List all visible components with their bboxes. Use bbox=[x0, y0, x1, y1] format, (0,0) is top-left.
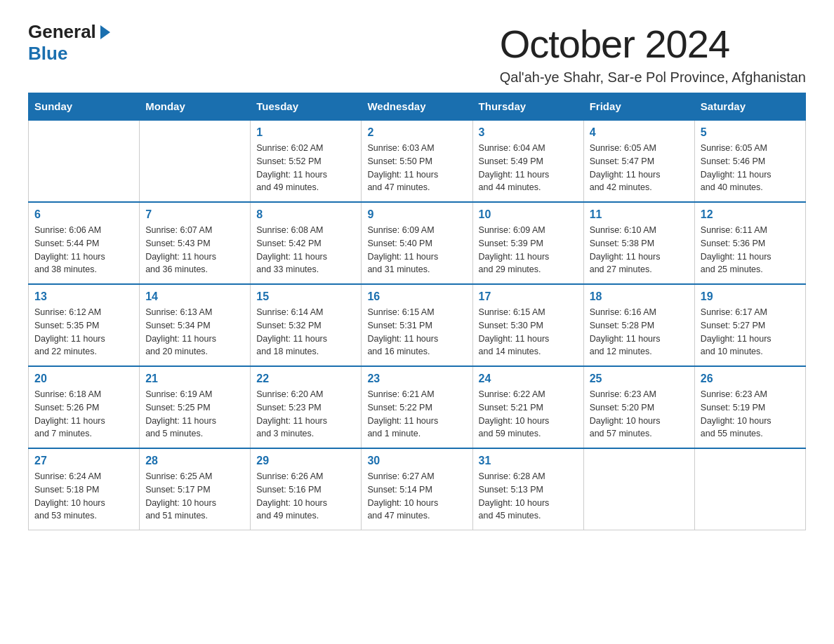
calendar-cell: 2Sunrise: 6:03 AMSunset: 5:50 PMDaylight… bbox=[362, 120, 472, 202]
calendar-header-sunday: Sunday bbox=[29, 93, 140, 121]
calendar-header-thursday: Thursday bbox=[472, 93, 583, 121]
calendar-cell bbox=[140, 120, 251, 202]
calendar-week-row: 27Sunrise: 6:24 AMSunset: 5:18 PMDayligh… bbox=[29, 448, 806, 530]
day-number: 18 bbox=[590, 290, 689, 303]
day-number: 22 bbox=[256, 373, 355, 385]
calendar-cell bbox=[694, 448, 805, 530]
calendar-cell: 21Sunrise: 6:19 AMSunset: 5:25 PMDayligh… bbox=[140, 366, 251, 448]
calendar-header-wednesday: Wednesday bbox=[362, 93, 472, 121]
day-info: Sunrise: 6:12 AMSunset: 5:35 PMDaylight:… bbox=[34, 306, 133, 358]
calendar-week-row: 6Sunrise: 6:06 AMSunset: 5:44 PMDaylight… bbox=[29, 202, 806, 284]
logo: General Blue bbox=[28, 21, 110, 65]
day-number: 19 bbox=[701, 290, 800, 303]
day-number: 11 bbox=[590, 208, 689, 221]
title-area: October 2024 Qal'ah-ye Shahr, Sar-e Pol … bbox=[500, 21, 806, 86]
day-info: Sunrise: 6:28 AMSunset: 5:13 PMDaylight:… bbox=[479, 470, 578, 523]
day-info: Sunrise: 6:13 AMSunset: 5:34 PMDaylight:… bbox=[145, 306, 244, 358]
day-info: Sunrise: 6:14 AMSunset: 5:32 PMDaylight:… bbox=[256, 306, 355, 358]
day-info: Sunrise: 6:05 AMSunset: 5:46 PMDaylight:… bbox=[701, 142, 800, 194]
calendar-cell: 24Sunrise: 6:22 AMSunset: 5:21 PMDayligh… bbox=[472, 366, 583, 448]
day-number: 23 bbox=[367, 373, 466, 385]
calendar-cell: 14Sunrise: 6:13 AMSunset: 5:34 PMDayligh… bbox=[140, 284, 251, 366]
logo-general-text: General bbox=[28, 21, 96, 43]
calendar-cell: 15Sunrise: 6:14 AMSunset: 5:32 PMDayligh… bbox=[251, 284, 362, 366]
calendar-week-row: 20Sunrise: 6:18 AMSunset: 5:26 PMDayligh… bbox=[29, 366, 806, 448]
calendar-cell bbox=[583, 448, 694, 530]
day-number: 8 bbox=[256, 208, 355, 221]
day-number: 1 bbox=[256, 126, 355, 139]
calendar-cell: 17Sunrise: 6:15 AMSunset: 5:30 PMDayligh… bbox=[472, 284, 583, 366]
day-info: Sunrise: 6:10 AMSunset: 5:38 PMDaylight:… bbox=[590, 224, 689, 276]
day-number: 28 bbox=[145, 455, 244, 467]
calendar-cell: 8Sunrise: 6:08 AMSunset: 5:42 PMDaylight… bbox=[251, 202, 362, 284]
day-info: Sunrise: 6:20 AMSunset: 5:23 PMDaylight:… bbox=[256, 388, 355, 441]
calendar-header-row: SundayMondayTuesdayWednesdayThursdayFrid… bbox=[29, 93, 806, 121]
day-info: Sunrise: 6:07 AMSunset: 5:43 PMDaylight:… bbox=[145, 224, 244, 276]
calendar-cell: 18Sunrise: 6:16 AMSunset: 5:28 PMDayligh… bbox=[583, 284, 694, 366]
calendar-week-row: 13Sunrise: 6:12 AMSunset: 5:35 PMDayligh… bbox=[29, 284, 806, 366]
day-number: 5 bbox=[701, 126, 800, 139]
calendar-cell: 27Sunrise: 6:24 AMSunset: 5:18 PMDayligh… bbox=[29, 448, 140, 530]
day-number: 3 bbox=[479, 126, 578, 139]
day-info: Sunrise: 6:03 AMSunset: 5:50 PMDaylight:… bbox=[367, 142, 466, 194]
day-info: Sunrise: 6:23 AMSunset: 5:20 PMDaylight:… bbox=[590, 388, 689, 441]
day-info: Sunrise: 6:16 AMSunset: 5:28 PMDaylight:… bbox=[590, 306, 689, 358]
day-number: 16 bbox=[367, 290, 466, 303]
calendar-cell: 12Sunrise: 6:11 AMSunset: 5:36 PMDayligh… bbox=[694, 202, 805, 284]
day-number: 10 bbox=[479, 208, 578, 221]
day-info: Sunrise: 6:23 AMSunset: 5:19 PMDaylight:… bbox=[701, 388, 800, 441]
day-info: Sunrise: 6:09 AMSunset: 5:40 PMDaylight:… bbox=[367, 224, 466, 276]
day-info: Sunrise: 6:02 AMSunset: 5:52 PMDaylight:… bbox=[256, 142, 355, 194]
location-subtitle: Qal'ah-ye Shahr, Sar-e Pol Province, Afg… bbox=[500, 69, 806, 86]
calendar-cell: 7Sunrise: 6:07 AMSunset: 5:43 PMDaylight… bbox=[140, 202, 251, 284]
calendar-cell: 30Sunrise: 6:27 AMSunset: 5:14 PMDayligh… bbox=[362, 448, 472, 530]
calendar-cell: 11Sunrise: 6:10 AMSunset: 5:38 PMDayligh… bbox=[583, 202, 694, 284]
day-info: Sunrise: 6:09 AMSunset: 5:39 PMDaylight:… bbox=[479, 224, 578, 276]
day-info: Sunrise: 6:21 AMSunset: 5:22 PMDaylight:… bbox=[367, 388, 466, 441]
day-info: Sunrise: 6:22 AMSunset: 5:21 PMDaylight:… bbox=[479, 388, 578, 441]
day-info: Sunrise: 6:26 AMSunset: 5:16 PMDaylight:… bbox=[256, 470, 355, 523]
day-number: 17 bbox=[479, 290, 578, 303]
day-info: Sunrise: 6:27 AMSunset: 5:14 PMDaylight:… bbox=[367, 470, 466, 523]
logo-blue-text: Blue bbox=[28, 43, 67, 65]
day-info: Sunrise: 6:15 AMSunset: 5:30 PMDaylight:… bbox=[479, 306, 578, 358]
day-number: 2 bbox=[367, 126, 466, 139]
calendar-cell: 5Sunrise: 6:05 AMSunset: 5:46 PMDaylight… bbox=[694, 120, 805, 202]
calendar-cell: 26Sunrise: 6:23 AMSunset: 5:19 PMDayligh… bbox=[694, 366, 805, 448]
day-number: 9 bbox=[367, 208, 466, 221]
day-number: 27 bbox=[34, 455, 133, 467]
day-number: 14 bbox=[145, 290, 244, 303]
calendar-cell: 23Sunrise: 6:21 AMSunset: 5:22 PMDayligh… bbox=[362, 366, 472, 448]
day-number: 6 bbox=[34, 208, 133, 221]
calendar-cell: 29Sunrise: 6:26 AMSunset: 5:16 PMDayligh… bbox=[251, 448, 362, 530]
day-number: 31 bbox=[479, 455, 578, 467]
day-number: 7 bbox=[145, 208, 244, 221]
day-number: 13 bbox=[34, 290, 133, 303]
calendar-cell: 19Sunrise: 6:17 AMSunset: 5:27 PMDayligh… bbox=[694, 284, 805, 366]
calendar-cell: 16Sunrise: 6:15 AMSunset: 5:31 PMDayligh… bbox=[362, 284, 472, 366]
day-number: 21 bbox=[145, 373, 244, 385]
day-info: Sunrise: 6:15 AMSunset: 5:31 PMDaylight:… bbox=[367, 306, 466, 358]
calendar-cell: 10Sunrise: 6:09 AMSunset: 5:39 PMDayligh… bbox=[472, 202, 583, 284]
calendar-cell: 3Sunrise: 6:04 AMSunset: 5:49 PMDaylight… bbox=[472, 120, 583, 202]
calendar-week-row: 1Sunrise: 6:02 AMSunset: 5:52 PMDaylight… bbox=[29, 120, 806, 202]
day-number: 26 bbox=[701, 373, 800, 385]
calendar-cell: 13Sunrise: 6:12 AMSunset: 5:35 PMDayligh… bbox=[29, 284, 140, 366]
day-info: Sunrise: 6:24 AMSunset: 5:18 PMDaylight:… bbox=[34, 470, 133, 523]
day-number: 4 bbox=[590, 126, 689, 139]
day-info: Sunrise: 6:08 AMSunset: 5:42 PMDaylight:… bbox=[256, 224, 355, 276]
day-number: 24 bbox=[479, 373, 578, 385]
calendar-cell: 28Sunrise: 6:25 AMSunset: 5:17 PMDayligh… bbox=[140, 448, 251, 530]
calendar-cell: 22Sunrise: 6:20 AMSunset: 5:23 PMDayligh… bbox=[251, 366, 362, 448]
calendar-table: SundayMondayTuesdayWednesdayThursdayFrid… bbox=[28, 93, 806, 530]
day-number: 30 bbox=[367, 455, 466, 467]
day-info: Sunrise: 6:25 AMSunset: 5:17 PMDaylight:… bbox=[145, 470, 244, 523]
calendar-cell: 6Sunrise: 6:06 AMSunset: 5:44 PMDaylight… bbox=[29, 202, 140, 284]
day-info: Sunrise: 6:05 AMSunset: 5:47 PMDaylight:… bbox=[590, 142, 689, 194]
day-info: Sunrise: 6:19 AMSunset: 5:25 PMDaylight:… bbox=[145, 388, 244, 441]
day-number: 20 bbox=[34, 373, 133, 385]
page-header: General Blue October 2024 Qal'ah-ye Shah… bbox=[28, 21, 806, 86]
day-info: Sunrise: 6:06 AMSunset: 5:44 PMDaylight:… bbox=[34, 224, 133, 276]
calendar-header-saturday: Saturday bbox=[694, 93, 805, 121]
calendar-header-monday: Monday bbox=[140, 93, 251, 121]
